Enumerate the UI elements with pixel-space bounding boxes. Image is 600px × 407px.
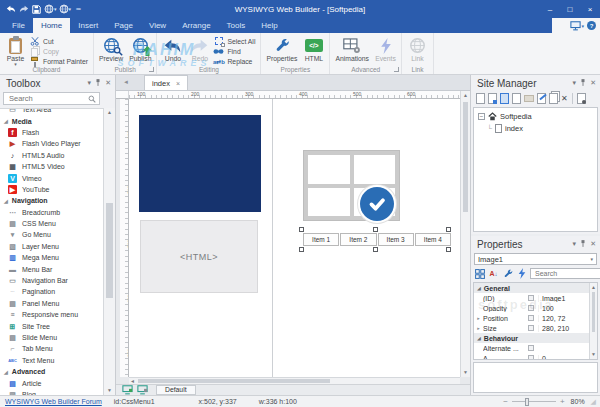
ribbon-find-button[interactable]: Find	[213, 46, 258, 56]
selection-handle[interactable]	[299, 247, 304, 252]
properties-pin-icon[interactable]	[580, 240, 586, 248]
toolbox-search-input[interactable]	[7, 93, 88, 104]
selection-handle[interactable]	[373, 227, 378, 232]
toolbox-item-html5-audio[interactable]: ♪HTML5 Audio	[0, 150, 103, 161]
add-breakpoint-monitor-icon[interactable]	[137, 385, 148, 395]
copy-page-icon[interactable]	[549, 93, 558, 104]
property-section-behaviour[interactable]: ◢Behaviour	[474, 333, 597, 343]
ribbon-preview-button[interactable]: Preview	[96, 35, 126, 62]
toolbox-item-tab-menu[interactable]: ⌐Tab Menu	[0, 343, 103, 354]
collapse-icon[interactable]: −	[478, 113, 485, 120]
ribbon-publish-button[interactable]: Publish	[126, 35, 154, 62]
menu-item-item-3[interactable]: Item 3	[378, 233, 414, 246]
minimize-button[interactable]: –	[540, 0, 560, 18]
selection-handle[interactable]	[299, 227, 304, 232]
toolbox-menu-icon[interactable]: ▾	[88, 79, 92, 87]
scroll-up-icon[interactable]: ▲	[590, 283, 597, 292]
ribbon-paste-button[interactable]: Paste▾	[2, 35, 29, 66]
toolbox-section-advanced[interactable]: ◢Advanced	[0, 366, 103, 377]
qat-preview-icon[interactable]: ▾	[44, 3, 57, 16]
zoom-slider[interactable]	[512, 401, 556, 402]
toolbox-item-pagination[interactable]: ···Pagination	[0, 286, 103, 297]
ribbon-animations-button[interactable]: Animations	[332, 35, 372, 62]
folder-icon[interactable]	[524, 95, 534, 102]
toolbox-item-go-menu[interactable]: ▾Go Menu	[0, 229, 103, 240]
tab-help[interactable]: Help	[253, 18, 285, 33]
tab-close-icon[interactable]: ×	[176, 80, 180, 87]
toolbox-pin-icon[interactable]	[95, 79, 101, 87]
toolbox-item-text-menu[interactable]: ABCText Menu	[0, 355, 103, 366]
site-tree-root[interactable]: − Softpedia	[474, 110, 597, 122]
qat-undo-icon[interactable]	[5, 3, 16, 16]
toolbox-item-article[interactable]: ▤Article	[0, 377, 103, 388]
toolbox-scrollbar[interactable]: ▲ ▼	[103, 108, 115, 395]
page-tab-index[interactable]: index ×	[144, 75, 188, 90]
scrollbar-thumb[interactable]	[463, 102, 468, 212]
properties-search-input[interactable]	[533, 269, 600, 278]
property-grid-scrollbar[interactable]: ▲ ▼	[589, 283, 597, 359]
properties-menu-icon[interactable]: ▾	[573, 240, 577, 248]
qat-redo-icon[interactable]	[18, 3, 29, 16]
site-manager-close-icon[interactable]: ✕	[590, 79, 596, 87]
tab-view[interactable]: View	[141, 18, 174, 33]
site-manager-pin-icon[interactable]	[580, 79, 586, 87]
site-tree-page-index[interactable]: └ index	[474, 122, 597, 134]
wrench-icon[interactable]	[502, 268, 513, 280]
toolbox-item-html5-video[interactable]: ▦HTML5 Video	[0, 161, 103, 172]
events-lightning-icon[interactable]	[516, 268, 527, 280]
toolbox-item-slide-menu[interactable]: ▤Slide Menu	[0, 332, 103, 343]
forum-link[interactable]: WYSIWYG Web Builder Forum	[5, 398, 102, 405]
toolbox-item-breadcrumb[interactable]: ⋯Breadcrumb	[0, 207, 103, 218]
edit-page-icon[interactable]	[537, 93, 546, 104]
html-object[interactable]: <HTML>	[140, 220, 258, 293]
tab-arrange[interactable]: Arrange	[174, 18, 218, 33]
selection-handle[interactable]	[446, 227, 451, 232]
properties-close-icon[interactable]: ✕	[590, 240, 596, 248]
object-selector-dropdown[interactable]: Image1 ▾	[474, 253, 597, 265]
toolbox-item-site-tree[interactable]: ⊞Site Tree	[0, 320, 103, 331]
toolbox-item-flash[interactable]: fFlash	[0, 127, 103, 138]
property-flag-checkbox[interactable]	[528, 345, 534, 351]
help-icon[interactable]: ?	[587, 21, 596, 30]
table-cell[interactable]	[354, 155, 396, 184]
scrollbar-thumb[interactable]	[138, 379, 330, 383]
zoom-out-button[interactable]: −	[503, 398, 508, 406]
scrollbar-thumb[interactable]	[106, 203, 113, 298]
ribbon-select-all-button[interactable]: Select All	[213, 36, 258, 46]
toolbox-item-youtube[interactable]: ▶YouTube	[0, 184, 103, 195]
dialog-launcher-icon[interactable]	[149, 67, 154, 72]
toolbox-section-navigation[interactable]: ◢Navigation	[0, 195, 103, 206]
toolbox-item-menu-bar[interactable]: ▬Menu Bar	[0, 263, 103, 274]
property-section-general[interactable]: ◢General	[474, 283, 597, 293]
resize-grip[interactable]: ◢	[591, 398, 596, 406]
property-flag-checkbox[interactable]	[528, 315, 534, 321]
toolbox-item-mega-menu[interactable]: ▥Mega Menu	[0, 252, 103, 263]
menu-item-item-2[interactable]: Item 2	[340, 233, 376, 246]
ribbon-cut-button[interactable]: Cut	[29, 36, 91, 46]
toolbox-item-navigation-bar[interactable]: ▭Navigation Bar	[0, 275, 103, 286]
scroll-up-icon[interactable]: ▲	[104, 108, 115, 117]
maximize-button[interactable]: □	[560, 0, 580, 18]
scroll-down-icon[interactable]: ▼	[461, 368, 470, 377]
toolbox-search[interactable]	[3, 92, 100, 105]
dialog-launcher-icon[interactable]	[394, 67, 399, 72]
scrollbar-thumb[interactable]	[592, 292, 595, 332]
ribbon-undo-button[interactable]: Undo	[159, 35, 186, 62]
properties-search[interactable]	[530, 268, 600, 279]
canvas-horizontal-scrollbar[interactable]: ◄	[129, 377, 460, 384]
menu-item-item-4[interactable]: Item 4	[415, 233, 451, 246]
toolbox-item-text-area[interactable]: ▭Text Area	[0, 108, 103, 115]
page-workspace[interactable]: <HTML> Item 1Item 2Item 3Item 4	[129, 99, 460, 377]
tab-home[interactable]: Home	[33, 18, 70, 33]
toolbox-section-media[interactable]: ◢Media	[0, 115, 103, 126]
css-menu-object[interactable]: Item 1Item 2Item 3Item 4	[303, 233, 451, 246]
toolbox-item-flash-video-player[interactable]: ▶Flash Video Player	[0, 138, 103, 149]
image-placeholder-rect[interactable]	[139, 115, 261, 212]
toolbox-close-icon[interactable]: ✕	[105, 79, 111, 87]
new-page-icon[interactable]	[476, 93, 485, 104]
zoom-in-button[interactable]: +	[560, 398, 565, 406]
checkmark-image[interactable]	[360, 187, 394, 221]
publish-page-icon[interactable]	[512, 93, 521, 104]
toolbox-item-vimeo[interactable]: VVimeo	[0, 172, 103, 183]
menu-item-item-1[interactable]: Item 1	[303, 233, 339, 246]
